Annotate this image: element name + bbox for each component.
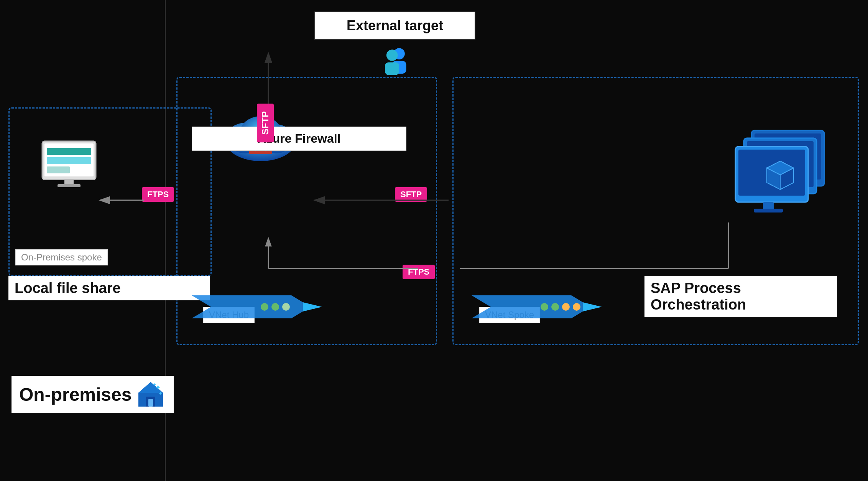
local-file-share-label: Local file share	[8, 276, 210, 300]
local-file-share-icon-area	[31, 138, 107, 189]
svg-point-49	[271, 303, 279, 311]
svg-point-54	[551, 303, 559, 311]
svg-point-2	[386, 49, 398, 61]
person-icon-container	[380, 46, 410, 92]
house-icon: ✦ ✦ ✦	[135, 379, 166, 410]
svg-marker-47	[192, 295, 311, 318]
sftp-right-badge: SFTP	[395, 187, 427, 202]
sftp-vertical-badge: SFTP	[257, 104, 274, 142]
svg-marker-57	[583, 302, 602, 311]
svg-marker-52	[472, 295, 590, 318]
external-target-label: External target	[347, 18, 443, 33]
svg-rect-23	[47, 148, 91, 155]
sap-icon-area	[728, 119, 828, 211]
on-premises-bottom-label: On-premises ✦ ✦ ✦	[12, 376, 174, 413]
svg-text:✦: ✦	[153, 382, 156, 387]
svg-rect-24	[47, 157, 91, 164]
diagram-container: External target	[0, 0, 868, 481]
local-file-share-text: Local file share	[15, 280, 121, 296]
svg-point-55	[562, 303, 570, 311]
svg-rect-27	[58, 184, 81, 187]
sap-icon	[728, 119, 836, 219]
svg-point-56	[573, 303, 580, 311]
azure-firewall-label-box: Azure Firewall	[192, 127, 406, 151]
external-target-box: External target	[314, 12, 475, 40]
svg-point-53	[541, 303, 548, 311]
ftps-bottom-badge: FTPS	[403, 265, 435, 279]
ftps-left-badge: FTPS	[142, 187, 174, 202]
svg-rect-25	[47, 166, 70, 173]
vnet-hub-chevron	[192, 292, 322, 322]
svg-rect-3	[385, 62, 399, 75]
svg-rect-39	[754, 209, 783, 212]
vnet-spoke-chevron	[472, 292, 602, 322]
svg-text:✦: ✦	[158, 391, 162, 396]
svg-rect-26	[64, 180, 74, 185]
sap-label: SAP Process Orchestration	[651, 280, 746, 313]
svg-point-48	[261, 303, 268, 311]
sap-label-box: SAP Process Orchestration	[644, 276, 837, 317]
user-icon	[376, 46, 414, 92]
on-premises-text: On-premises	[19, 384, 132, 405]
svg-marker-51	[303, 302, 322, 311]
on-premises-spoke-label: On-Premises spoke	[15, 249, 108, 265]
svg-text:✦: ✦	[155, 384, 161, 391]
svg-rect-43	[148, 399, 153, 407]
svg-point-50	[282, 303, 290, 311]
file-share-icon	[38, 138, 100, 188]
